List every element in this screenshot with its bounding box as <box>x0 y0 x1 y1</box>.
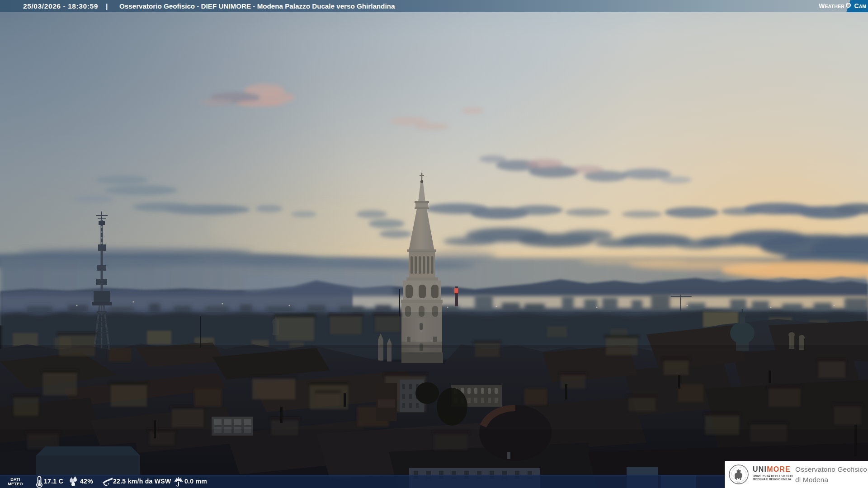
svg-text:1175: 1175 <box>737 482 741 484</box>
